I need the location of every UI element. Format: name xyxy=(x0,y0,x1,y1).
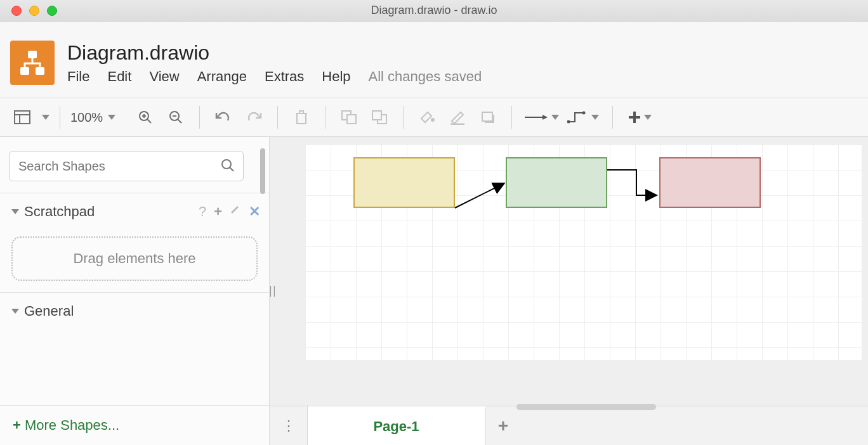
scratchpad-section-header[interactable]: Scratchpad ? + ✕ xyxy=(0,198,269,225)
chevron-down-icon xyxy=(591,115,599,120)
shadow-button[interactable] xyxy=(475,105,501,130)
to-front-button[interactable] xyxy=(336,105,362,130)
save-status: All changes saved xyxy=(369,68,482,85)
svg-line-30 xyxy=(230,167,233,171)
search-shapes-input[interactable] xyxy=(9,151,244,181)
insert-button[interactable] xyxy=(623,105,656,130)
page-menu-button[interactable]: ⋮ xyxy=(270,406,308,445)
collapse-icon xyxy=(11,309,19,314)
filename[interactable]: Diagram.drawio xyxy=(67,41,482,65)
waypoint-style-button[interactable] xyxy=(564,105,602,130)
svg-rect-22 xyxy=(482,112,492,121)
app-logo xyxy=(10,41,55,85)
sidebar: Scratchpad ? + ✕ Drag elements here Gene… xyxy=(0,137,270,445)
to-back-button[interactable] xyxy=(366,105,393,130)
svg-rect-19 xyxy=(372,111,381,120)
search-icon[interactable] xyxy=(221,158,235,172)
zoom-select[interactable]: 100% xyxy=(70,110,115,125)
svg-line-31 xyxy=(455,184,503,208)
chevron-down-icon xyxy=(551,115,559,120)
scratchpad-close-button[interactable]: ✕ xyxy=(249,203,260,220)
svg-marker-24 xyxy=(542,115,548,120)
svg-point-20 xyxy=(431,118,435,122)
chevron-down-icon xyxy=(644,115,652,120)
scrollbar-thumb[interactable] xyxy=(516,404,656,410)
svg-rect-13 xyxy=(297,113,306,124)
page-tab-label: Page-1 xyxy=(373,418,419,435)
svg-rect-2 xyxy=(36,67,44,75)
menubar: File Edit View Arrange Extras Help All c… xyxy=(67,68,482,85)
more-shapes-label: More Shapes... xyxy=(25,417,119,433)
zoom-in-button[interactable] xyxy=(132,105,159,130)
menu-file[interactable]: File xyxy=(67,68,89,85)
canvas-area: ││ ⋮ xyxy=(270,137,868,445)
window-title: Diagram.drawio - draw.io xyxy=(0,4,868,17)
svg-point-25 xyxy=(567,120,570,124)
menu-view[interactable]: View xyxy=(149,68,179,85)
drawing-canvas[interactable] xyxy=(305,145,862,360)
dropzone-label: Drag elements here xyxy=(73,250,195,267)
scratchpad-add-button[interactable]: + xyxy=(214,203,222,220)
undo-button[interactable] xyxy=(210,105,237,130)
scratchpad-edit-button[interactable] xyxy=(230,203,241,220)
svg-rect-17 xyxy=(347,115,356,124)
drawio-logo-icon xyxy=(16,47,48,79)
header: Diagram.drawio File Edit View Arrange Ex… xyxy=(0,22,868,98)
sidebar-dropdown-icon[interactable] xyxy=(42,115,49,120)
svg-rect-3 xyxy=(15,111,30,124)
zoom-out-button[interactable] xyxy=(162,105,189,130)
window-titlebar: Diagram.drawio - draw.io xyxy=(0,0,868,22)
collapse-icon xyxy=(11,209,19,214)
scratchpad-label: Scratchpad xyxy=(24,203,95,220)
menu-extras[interactable]: Extras xyxy=(265,68,304,85)
diagram-edges xyxy=(305,145,868,271)
general-label: General xyxy=(24,303,74,319)
scratchpad-help-button[interactable]: ? xyxy=(199,203,206,220)
menu-help[interactable]: Help xyxy=(322,68,350,85)
zoom-value: 100% xyxy=(70,110,103,125)
redo-button[interactable] xyxy=(240,105,267,130)
menu-arrange[interactable]: Arrange xyxy=(197,68,247,85)
more-shapes-button[interactable]: + More Shapes... xyxy=(0,405,269,445)
svg-rect-15 xyxy=(299,111,303,113)
add-page-button[interactable]: + xyxy=(485,406,521,445)
svg-point-29 xyxy=(222,160,231,169)
page-tab[interactable]: Page-1 xyxy=(308,406,485,445)
delete-button[interactable] xyxy=(288,105,315,130)
fill-color-button[interactable] xyxy=(414,105,440,130)
canvas-horizontal-scrollbar[interactable] xyxy=(305,403,862,411)
menu-edit[interactable]: Edit xyxy=(107,68,131,85)
svg-line-11 xyxy=(178,119,181,123)
toolbar: 100% xyxy=(0,98,868,137)
svg-rect-0 xyxy=(28,51,37,58)
svg-line-7 xyxy=(147,119,151,123)
general-section-header[interactable]: General xyxy=(0,298,269,325)
scratchpad-dropzone[interactable]: Drag elements here xyxy=(11,236,258,281)
chevron-down-icon xyxy=(108,115,115,120)
page-tabbar: ⋮ Page-1 + xyxy=(270,406,868,445)
svg-point-26 xyxy=(582,112,586,115)
line-color-button[interactable] xyxy=(444,105,471,130)
toggle-sidebar-button[interactable] xyxy=(9,105,36,130)
connection-style-button[interactable] xyxy=(522,105,560,130)
svg-rect-1 xyxy=(20,67,29,75)
